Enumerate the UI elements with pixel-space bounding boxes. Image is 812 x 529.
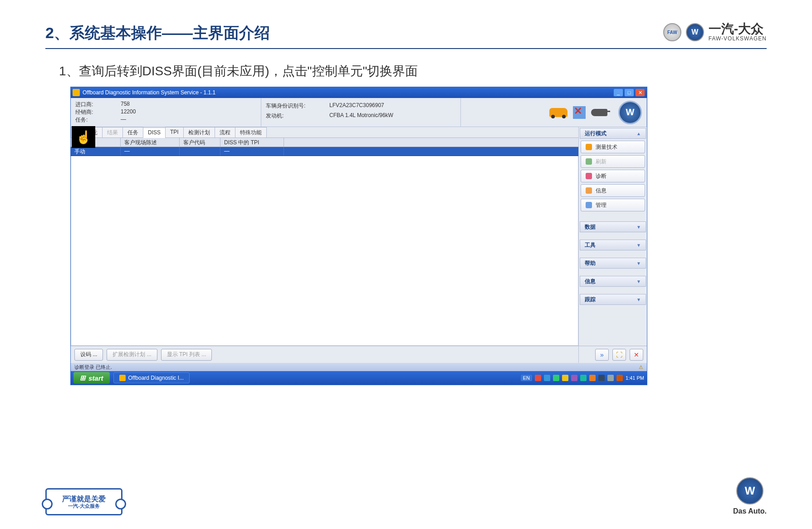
panel-help-header[interactable]: 帮助▼ [580,258,646,269]
task-value: — [121,116,126,124]
tab-testplan[interactable]: 检测计划 [183,127,215,137]
btn-refresh[interactable]: 刷新 [581,155,645,168]
info-panel-mid: 车辆身份识别号:LFV2A23C7C3096907 发动机:CFBA 1.4L … [261,98,461,127]
system-tray: EN 1:41 PM [521,375,644,381]
vw-logo-icon: W [686,23,704,41]
panel-mode-header[interactable]: 运行模式▲ [580,128,646,139]
tray-icon[interactable] [535,375,541,381]
dealer-value: 12200 [121,108,136,116]
bottom-bar: 设码 ... 扩展检测计划 ... 显示 TPI 列表 ... [71,346,578,363]
cell-statement: — [121,147,180,156]
app-icon [73,89,80,96]
tab-tpi[interactable]: TPI [165,127,184,137]
col-disstpi: DISS 中的 TPI [220,138,284,147]
cell-code [180,147,220,156]
tab-special[interactable]: 特殊功能 [235,127,267,137]
disconnect-icon [573,106,586,119]
btn-info[interactable]: 信息 [581,184,645,197]
col-code: 客户代码 [180,138,220,147]
info-panel-right: W [461,98,647,127]
chevron-up-icon: ▲ [636,131,641,136]
panel-tools-header[interactable]: 工具▼ [580,240,646,250]
btn-measure[interactable]: 测量技术 [581,141,645,153]
faw-logo-icon: FAW [663,23,681,41]
gauge-icon [586,144,592,150]
engine-value: CFBA 1.4L Motronic/96kW [329,112,393,120]
gear-icon [586,202,592,208]
cell-complaint: 手动 [71,147,121,156]
chevron-down-icon: ▼ [636,261,641,266]
book-icon [586,187,592,194]
chevron-down-icon: ▼ [636,279,641,284]
btn-next[interactable]: » [595,349,609,361]
lang-indicator[interactable]: EN [521,375,532,381]
side-panel: 运行模式▲ 测量技术 刷新 诊断 信息 管理 数据▼ 工具▼ 帮助▼ 信息▼ 跟… [579,127,647,363]
tray-icon[interactable] [553,375,559,381]
cursor-hand-icon [72,126,95,148]
app-icon [119,375,126,381]
panel-data-header[interactable]: 数据▼ [580,221,646,232]
tray-icon[interactable] [544,375,550,381]
btn-coding[interactable]: 设码 ... [74,349,103,361]
btn-cancel[interactable]: ✕ [630,349,643,361]
tray-icon[interactable] [616,375,623,381]
btn-diagnose[interactable]: 诊断 [581,170,645,182]
warning-icon: ⚠ [639,364,643,370]
maximize-button[interactable]: □ [624,88,634,97]
table-header: 投诉号 客户现场陈述 客户代码 DISS 中的 TPI [71,138,578,147]
logo-group: FAW W 一汽-大众 FAW-VOLKSWAGEN [663,23,767,42]
stamp-line1: 严谨就是关爱 [62,495,106,503]
start-button[interactable]: ⊞start [73,372,110,384]
tray-icon[interactable] [607,375,614,381]
slide-subtitle: 1、查询后转到DISS界面(目前未应用)，点击"控制单元"切换界面 [59,63,767,80]
brand-subname: FAW-VOLKSWAGEN [709,35,767,42]
cell-disstpi: — [220,147,284,156]
dasauto-block: W Das Auto. [733,477,767,515]
tray-icon[interactable] [598,375,605,381]
tray-icon[interactable] [571,375,577,381]
status-text: 诊断登录 已终止. [74,364,112,371]
tab-result[interactable]: 结果 [102,127,123,137]
importer-value: 758 [121,101,130,108]
close-button[interactable]: ✕ [635,88,645,97]
btn-show-tpi[interactable]: 显示 TPI 列表 ... [161,349,212,361]
vin-label: 车辆身份识别号: [266,102,329,110]
tab-flow[interactable]: 流程 [215,127,235,137]
chevron-down-icon: ▼ [636,297,641,302]
dealer-label: 经销商: [75,108,121,116]
tab-task[interactable]: 任务 [122,127,143,137]
panel-trace-header[interactable]: 跟踪▼ [580,294,646,305]
titlebar: Offboard Diagnostic Information System S… [71,87,647,98]
col-statement: 客户现场陈述 [121,138,180,147]
key-icon [591,109,607,116]
tray-icon[interactable] [562,375,568,381]
taskbar-item-odis[interactable]: Offboard Diagnostic I... [113,372,190,383]
chevron-down-icon: ▼ [636,243,641,248]
taskbar: ⊞start Offboard Diagnostic I... EN 1:41 … [71,371,647,385]
tab-diss[interactable]: DISS [143,127,166,138]
dasauto-text: Das Auto. [733,507,767,515]
info-panel-left: 进口商:758 经销商:12200 任务:— [71,98,261,127]
stethoscope-icon [586,173,592,179]
minimize-button[interactable]: _ [613,88,623,97]
vin-value: LFV2A23C7C3096907 [329,102,384,110]
btn-extend-testplan[interactable]: 扩展检测计划 ... [107,349,157,361]
btn-manage[interactable]: 管理 [581,199,645,211]
task-label: 任务: [75,116,121,124]
panel-info-header[interactable]: 信息▼ [580,276,646,287]
table-row[interactable]: 手动 — — [71,147,578,156]
tray-icon[interactable] [589,375,596,381]
vw-badge-icon: W [618,101,642,124]
clock: 1:41 PM [626,375,644,381]
tray-icon[interactable] [580,375,587,381]
importer-label: 进口商: [75,101,121,108]
slogan-stamp: 严谨就是关爱 一汽-大众服务 [45,488,122,515]
grid-body [71,156,578,346]
vw-logo-icon: W [736,477,763,505]
app-window: Offboard Diagnostic Information System S… [70,87,647,385]
btn-expand[interactable]: ⛶ [612,349,626,361]
car-icon [549,108,567,117]
windows-icon: ⊞ [80,374,86,382]
chevron-down-icon: ▼ [636,225,641,230]
tab-bar: 控制单元 结果 任务 DISS TPI 检测计划 流程 特殊功能 [71,127,578,138]
